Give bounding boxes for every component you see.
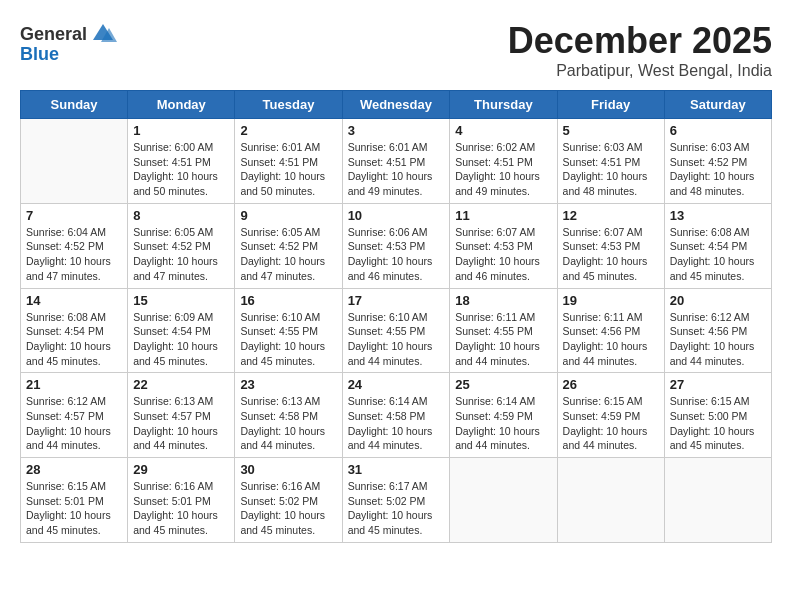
day-number: 22	[133, 377, 229, 392]
day-number: 20	[670, 293, 766, 308]
logo-general: General	[20, 24, 87, 45]
day-info: Sunrise: 6:04 AMSunset: 4:52 PMDaylight:…	[26, 225, 122, 284]
calendar-week-row: 28Sunrise: 6:15 AMSunset: 5:01 PMDayligh…	[21, 458, 772, 543]
day-info: Sunrise: 6:09 AMSunset: 4:54 PMDaylight:…	[133, 310, 229, 369]
day-number: 12	[563, 208, 659, 223]
day-number: 23	[240, 377, 336, 392]
day-number: 5	[563, 123, 659, 138]
calendar-cell: 10Sunrise: 6:06 AMSunset: 4:53 PMDayligh…	[342, 203, 450, 288]
calendar-cell: 12Sunrise: 6:07 AMSunset: 4:53 PMDayligh…	[557, 203, 664, 288]
day-info: Sunrise: 6:10 AMSunset: 4:55 PMDaylight:…	[348, 310, 445, 369]
day-info: Sunrise: 6:07 AMSunset: 4:53 PMDaylight:…	[455, 225, 551, 284]
day-info: Sunrise: 6:13 AMSunset: 4:58 PMDaylight:…	[240, 394, 336, 453]
day-info: Sunrise: 6:05 AMSunset: 4:52 PMDaylight:…	[240, 225, 336, 284]
calendar-cell: 2Sunrise: 6:01 AMSunset: 4:51 PMDaylight…	[235, 119, 342, 204]
calendar-cell: 30Sunrise: 6:16 AMSunset: 5:02 PMDayligh…	[235, 458, 342, 543]
day-number: 13	[670, 208, 766, 223]
calendar-cell: 24Sunrise: 6:14 AMSunset: 4:58 PMDayligh…	[342, 373, 450, 458]
day-number: 2	[240, 123, 336, 138]
logo: General Blue	[20, 20, 117, 65]
page-header: General Blue December 2025 Parbatipur, W…	[20, 20, 772, 80]
day-info: Sunrise: 6:00 AMSunset: 4:51 PMDaylight:…	[133, 140, 229, 199]
day-info: Sunrise: 6:06 AMSunset: 4:53 PMDaylight:…	[348, 225, 445, 284]
calendar-week-row: 7Sunrise: 6:04 AMSunset: 4:52 PMDaylight…	[21, 203, 772, 288]
calendar-cell: 4Sunrise: 6:02 AMSunset: 4:51 PMDaylight…	[450, 119, 557, 204]
day-number: 29	[133, 462, 229, 477]
day-number: 21	[26, 377, 122, 392]
day-number: 10	[348, 208, 445, 223]
day-info: Sunrise: 6:17 AMSunset: 5:02 PMDaylight:…	[348, 479, 445, 538]
month-title: December 2025	[508, 20, 772, 62]
title-area: December 2025 Parbatipur, West Bengal, I…	[508, 20, 772, 80]
day-number: 17	[348, 293, 445, 308]
calendar-cell: 31Sunrise: 6:17 AMSunset: 5:02 PMDayligh…	[342, 458, 450, 543]
calendar-cell: 19Sunrise: 6:11 AMSunset: 4:56 PMDayligh…	[557, 288, 664, 373]
day-number: 4	[455, 123, 551, 138]
day-info: Sunrise: 6:16 AMSunset: 5:02 PMDaylight:…	[240, 479, 336, 538]
day-number: 31	[348, 462, 445, 477]
day-number: 19	[563, 293, 659, 308]
calendar-cell: 17Sunrise: 6:10 AMSunset: 4:55 PMDayligh…	[342, 288, 450, 373]
calendar-cell: 23Sunrise: 6:13 AMSunset: 4:58 PMDayligh…	[235, 373, 342, 458]
calendar-table: SundayMondayTuesdayWednesdayThursdayFrid…	[20, 90, 772, 543]
calendar-cell	[450, 458, 557, 543]
day-number: 27	[670, 377, 766, 392]
day-info: Sunrise: 6:11 AMSunset: 4:56 PMDaylight:…	[563, 310, 659, 369]
day-info: Sunrise: 6:08 AMSunset: 4:54 PMDaylight:…	[670, 225, 766, 284]
calendar-cell: 22Sunrise: 6:13 AMSunset: 4:57 PMDayligh…	[128, 373, 235, 458]
day-info: Sunrise: 6:14 AMSunset: 4:59 PMDaylight:…	[455, 394, 551, 453]
day-info: Sunrise: 6:07 AMSunset: 4:53 PMDaylight:…	[563, 225, 659, 284]
calendar-cell: 6Sunrise: 6:03 AMSunset: 4:52 PMDaylight…	[664, 119, 771, 204]
calendar-cell: 27Sunrise: 6:15 AMSunset: 5:00 PMDayligh…	[664, 373, 771, 458]
day-header-tuesday: Tuesday	[235, 91, 342, 119]
day-info: Sunrise: 6:12 AMSunset: 4:57 PMDaylight:…	[26, 394, 122, 453]
day-info: Sunrise: 6:15 AMSunset: 4:59 PMDaylight:…	[563, 394, 659, 453]
day-info: Sunrise: 6:08 AMSunset: 4:54 PMDaylight:…	[26, 310, 122, 369]
day-header-friday: Friday	[557, 91, 664, 119]
calendar-cell: 29Sunrise: 6:16 AMSunset: 5:01 PMDayligh…	[128, 458, 235, 543]
calendar-cell: 14Sunrise: 6:08 AMSunset: 4:54 PMDayligh…	[21, 288, 128, 373]
day-number: 26	[563, 377, 659, 392]
calendar-cell: 16Sunrise: 6:10 AMSunset: 4:55 PMDayligh…	[235, 288, 342, 373]
calendar-week-row: 21Sunrise: 6:12 AMSunset: 4:57 PMDayligh…	[21, 373, 772, 458]
calendar-cell	[21, 119, 128, 204]
day-info: Sunrise: 6:05 AMSunset: 4:52 PMDaylight:…	[133, 225, 229, 284]
logo-icon	[89, 20, 117, 48]
day-info: Sunrise: 6:15 AMSunset: 5:01 PMDaylight:…	[26, 479, 122, 538]
calendar-cell: 20Sunrise: 6:12 AMSunset: 4:56 PMDayligh…	[664, 288, 771, 373]
day-header-monday: Monday	[128, 91, 235, 119]
calendar-cell: 21Sunrise: 6:12 AMSunset: 4:57 PMDayligh…	[21, 373, 128, 458]
day-number: 30	[240, 462, 336, 477]
day-info: Sunrise: 6:01 AMSunset: 4:51 PMDaylight:…	[240, 140, 336, 199]
calendar-cell: 1Sunrise: 6:00 AMSunset: 4:51 PMDaylight…	[128, 119, 235, 204]
calendar-cell: 8Sunrise: 6:05 AMSunset: 4:52 PMDaylight…	[128, 203, 235, 288]
day-info: Sunrise: 6:03 AMSunset: 4:51 PMDaylight:…	[563, 140, 659, 199]
calendar-header-row: SundayMondayTuesdayWednesdayThursdayFrid…	[21, 91, 772, 119]
calendar-cell: 5Sunrise: 6:03 AMSunset: 4:51 PMDaylight…	[557, 119, 664, 204]
day-number: 11	[455, 208, 551, 223]
day-number: 7	[26, 208, 122, 223]
day-info: Sunrise: 6:15 AMSunset: 5:00 PMDaylight:…	[670, 394, 766, 453]
calendar-week-row: 1Sunrise: 6:00 AMSunset: 4:51 PMDaylight…	[21, 119, 772, 204]
day-number: 1	[133, 123, 229, 138]
day-number: 24	[348, 377, 445, 392]
day-header-sunday: Sunday	[21, 91, 128, 119]
day-info: Sunrise: 6:03 AMSunset: 4:52 PMDaylight:…	[670, 140, 766, 199]
calendar-cell: 26Sunrise: 6:15 AMSunset: 4:59 PMDayligh…	[557, 373, 664, 458]
calendar-cell: 9Sunrise: 6:05 AMSunset: 4:52 PMDaylight…	[235, 203, 342, 288]
day-number: 25	[455, 377, 551, 392]
day-number: 3	[348, 123, 445, 138]
day-number: 15	[133, 293, 229, 308]
day-info: Sunrise: 6:11 AMSunset: 4:55 PMDaylight:…	[455, 310, 551, 369]
location-title: Parbatipur, West Bengal, India	[508, 62, 772, 80]
day-info: Sunrise: 6:10 AMSunset: 4:55 PMDaylight:…	[240, 310, 336, 369]
calendar-cell: 7Sunrise: 6:04 AMSunset: 4:52 PMDaylight…	[21, 203, 128, 288]
day-number: 8	[133, 208, 229, 223]
calendar-cell: 18Sunrise: 6:11 AMSunset: 4:55 PMDayligh…	[450, 288, 557, 373]
calendar-week-row: 14Sunrise: 6:08 AMSunset: 4:54 PMDayligh…	[21, 288, 772, 373]
calendar-cell: 15Sunrise: 6:09 AMSunset: 4:54 PMDayligh…	[128, 288, 235, 373]
day-info: Sunrise: 6:12 AMSunset: 4:56 PMDaylight:…	[670, 310, 766, 369]
calendar-cell: 13Sunrise: 6:08 AMSunset: 4:54 PMDayligh…	[664, 203, 771, 288]
day-number: 9	[240, 208, 336, 223]
calendar-cell: 3Sunrise: 6:01 AMSunset: 4:51 PMDaylight…	[342, 119, 450, 204]
